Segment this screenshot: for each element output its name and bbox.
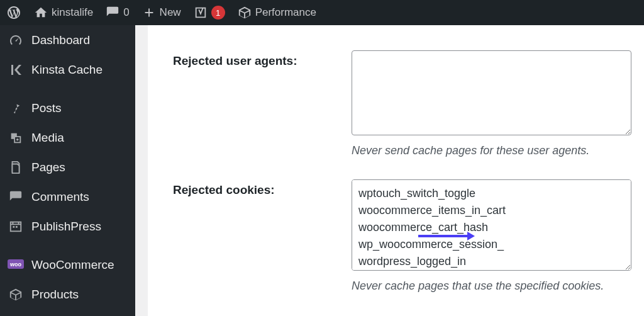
sidebar-item-kinsta-cache[interactable]: Kinsta Cache [0, 55, 135, 84]
sidebar-item-label: Media [31, 131, 64, 145]
products-icon [8, 288, 24, 302]
sidebar-item-label: Kinsta Cache [31, 63, 103, 77]
sidebar-item-media[interactable]: Media [0, 123, 135, 152]
sidebar-item-pages[interactable]: Pages [0, 152, 135, 182]
new-content-link[interactable]: New [136, 0, 187, 25]
sidebar-item-label: PublishPress [31, 220, 101, 234]
svg-point-0 [16, 138, 19, 140]
media-icon [8, 131, 24, 145]
sidebar-item-label: Posts [31, 101, 62, 115]
comments-link[interactable]: 0 [99, 0, 135, 25]
pages-icon [8, 161, 24, 174]
home-icon [34, 6, 48, 20]
sidebar-item-posts[interactable]: Posts [0, 93, 135, 123]
site-title: kinstalife [52, 6, 93, 19]
performance-link[interactable]: Performance [231, 0, 323, 25]
sidebar-separator [0, 84, 135, 93]
sidebar-item-dashboard[interactable]: Dashboard [0, 25, 135, 55]
sidebar-item-label: Dashboard [31, 33, 90, 47]
rejected-cookies-label: Rejected cookies: [173, 179, 352, 197]
sidebar-item-label: Comments [31, 190, 89, 204]
comment-bubble-icon [106, 6, 119, 20]
sidebar-item-label: WooCommerce [31, 258, 114, 272]
rejected-cookies-textarea[interactable] [352, 179, 631, 271]
settings-content: Rejected user agents: Never send cache p… [135, 25, 644, 316]
rejected-cookies-help: Never cache pages that use the specified… [352, 279, 631, 293]
sidebar-item-comments[interactable]: Comments [0, 182, 135, 212]
svg-rect-3 [16, 226, 18, 228]
comment-icon [8, 190, 24, 204]
sidebar-item-label: Products [31, 288, 79, 302]
wordpress-icon [6, 5, 21, 20]
row-rejected-user-agents: Rejected user agents: Never send cache p… [173, 50, 631, 157]
rejected-user-agents-help: Never send cache pages for these user ag… [352, 144, 631, 157]
woocommerce-icon: woo [8, 259, 24, 271]
pin-icon [8, 101, 24, 115]
sidebar-item-publishpress[interactable]: PublishPress [0, 212, 135, 241]
yoast-link[interactable]: 1 [187, 0, 231, 25]
admin-sidebar: Dashboard Kinsta Cache Posts Media Pages… [0, 25, 135, 316]
rejected-user-agents-label: Rejected user agents: [173, 50, 352, 68]
performance-label: Performance [255, 6, 316, 19]
sidebar-item-label: Pages [31, 161, 65, 174]
cube-icon [238, 6, 252, 20]
dashboard-icon [8, 33, 24, 48]
svg-text:woo: woo [9, 261, 21, 268]
sidebar-item-woocommerce[interactable]: woo WooCommerce [0, 250, 135, 279]
sidebar-item-products[interactable]: Products [0, 279, 135, 309]
yoast-notification-badge: 1 [211, 6, 225, 20]
publishpress-icon [8, 220, 24, 234]
site-link[interactable]: kinstalife [28, 0, 99, 25]
new-label: New [160, 6, 181, 19]
svg-rect-2 [13, 226, 14, 228]
plus-icon [142, 6, 156, 20]
yoast-icon [194, 6, 208, 20]
row-rejected-cookies: Rejected cookies: Never cache pages that… [173, 179, 631, 293]
wp-logo[interactable] [0, 0, 28, 25]
comments-count: 0 [123, 6, 129, 19]
sidebar-separator [0, 241, 135, 250]
content-gutter [135, 25, 148, 316]
rejected-user-agents-textarea[interactable] [352, 50, 631, 135]
kinsta-icon [8, 62, 24, 77]
admin-bar: kinstalife 0 New 1 Performance [0, 0, 644, 25]
